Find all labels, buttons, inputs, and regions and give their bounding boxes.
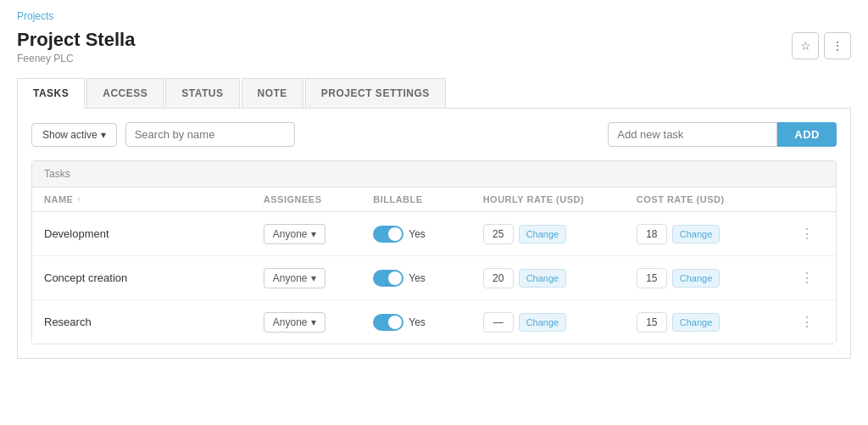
- breadcrumb[interactable]: Projects: [17, 10, 851, 22]
- cost-rate-value: 15: [637, 312, 667, 333]
- row-menu-button[interactable]: ⋮: [790, 222, 824, 245]
- assignee-cell: Anyone ▾: [264, 312, 373, 333]
- tab-project-settings[interactable]: PROJECT SETTINGS: [305, 78, 446, 108]
- chevron-down-icon: ▾: [311, 316, 316, 328]
- tab-access[interactable]: ACCESS: [86, 78, 164, 108]
- hourly-rate-cell: 20 Change: [483, 268, 637, 288]
- cost-rate-cell: 18 Change: [637, 224, 790, 244]
- cost-rate-value: 15: [637, 268, 667, 288]
- cost-rate-change-button[interactable]: Change: [672, 313, 721, 332]
- project-info: Project Stella Feeney PLC: [17, 29, 135, 64]
- assignee-cell: Anyone ▾: [264, 268, 373, 288]
- billable-yes-label: Yes: [409, 228, 426, 240]
- cost-rate-value: 18: [637, 224, 667, 244]
- chevron-down-icon: ▾: [311, 228, 316, 240]
- tab-note[interactable]: NOTE: [242, 78, 303, 108]
- cost-rate-change-button[interactable]: Change: [672, 225, 721, 243]
- hourly-rate-value: 25: [483, 224, 514, 244]
- col-assignees-header: ASSIGNEES: [264, 194, 373, 204]
- col-billable-header: BILLABLE: [373, 194, 482, 204]
- hourly-rate-cell: — Change: [483, 312, 637, 333]
- content-area: Show active ▾ ADD Tasks NAME ↑ ASSIGNEES…: [17, 109, 851, 359]
- hourly-rate-change-button[interactable]: Change: [519, 269, 567, 288]
- billable-cell: Yes: [373, 270, 482, 287]
- col-hourly-rate-header: HOURLY RATE (USD): [483, 194, 637, 204]
- more-options-button[interactable]: ⋮: [824, 32, 851, 59]
- header-actions: ☆ ⋮: [792, 32, 851, 59]
- project-header: Project Stella Feeney PLC ☆ ⋮: [17, 29, 851, 64]
- billable-toggle[interactable]: [373, 270, 403, 287]
- chevron-down-icon: ▾: [311, 272, 316, 284]
- project-subtitle: Feeney PLC: [17, 53, 135, 64]
- hourly-rate-cell: 25 Change: [483, 224, 637, 244]
- tab-tasks[interactable]: TASKS: [17, 78, 85, 109]
- tasks-section: Tasks NAME ↑ ASSIGNEES BILLABLE HOURLY R…: [31, 160, 837, 344]
- assignee-button[interactable]: Anyone ▾: [264, 224, 326, 244]
- add-task-input[interactable]: [608, 122, 777, 147]
- hourly-rate-value: —: [483, 312, 514, 333]
- tab-status[interactable]: STATUS: [165, 78, 239, 108]
- cost-rate-cell: 15 Change: [637, 312, 790, 333]
- page-wrapper: Projects Project Stella Feeney PLC ☆ ⋮ T…: [0, 0, 868, 425]
- tasks-section-label: Tasks: [32, 161, 836, 187]
- col-actions-header: [790, 194, 824, 204]
- col-cost-rate-header: COST RATE (USD): [637, 194, 790, 204]
- chevron-down-icon: ▾: [101, 129, 106, 141]
- star-button[interactable]: ☆: [792, 32, 819, 59]
- assignee-button[interactable]: Anyone ▾: [264, 312, 326, 333]
- assignee-cell: Anyone ▾: [264, 224, 373, 244]
- search-input[interactable]: [125, 122, 295, 147]
- assignee-label: Anyone: [273, 228, 308, 240]
- sort-arrow-icon: ↑: [76, 195, 81, 204]
- project-title: Project Stella: [17, 29, 135, 51]
- show-active-button[interactable]: Show active ▾: [31, 123, 117, 147]
- assignee-button[interactable]: Anyone ▾: [264, 268, 326, 288]
- billable-cell: Yes: [373, 314, 482, 331]
- assignee-label: Anyone: [273, 272, 308, 284]
- table-row: Concept creation Anyone ▾ Yes 20: [32, 256, 836, 300]
- table-row: Development Anyone ▾ Yes 25 Cha: [32, 212, 836, 256]
- hourly-rate-change-button[interactable]: Change: [519, 225, 567, 243]
- row-menu-button[interactable]: ⋮: [790, 310, 824, 333]
- col-name-header: NAME ↑: [44, 194, 264, 204]
- task-name: Concept creation: [44, 271, 264, 284]
- tabs: TASKS ACCESS STATUS NOTE PROJECT SETTING…: [17, 78, 851, 109]
- billable-cell: Yes: [373, 226, 482, 243]
- task-name: Development: [44, 227, 264, 240]
- assignee-label: Anyone: [273, 316, 308, 328]
- toolbar: Show active ▾ ADD: [31, 122, 837, 147]
- add-button[interactable]: ADD: [777, 122, 837, 147]
- task-name: Research: [44, 316, 264, 328]
- hourly-rate-change-button[interactable]: Change: [519, 313, 567, 332]
- billable-toggle[interactable]: [373, 226, 403, 243]
- billable-yes-label: Yes: [409, 316, 426, 328]
- show-active-label: Show active: [42, 129, 97, 141]
- table-row: Research Anyone ▾ Yes — Change: [32, 300, 836, 344]
- billable-yes-label: Yes: [409, 272, 426, 284]
- hourly-rate-value: 20: [483, 268, 514, 288]
- row-menu-button[interactable]: ⋮: [790, 266, 824, 289]
- cost-rate-change-button[interactable]: Change: [672, 269, 721, 288]
- cost-rate-cell: 15 Change: [637, 268, 790, 288]
- add-task-group: ADD: [608, 122, 837, 147]
- table-header: NAME ↑ ASSIGNEES BILLABLE HOURLY RATE (U…: [32, 187, 836, 212]
- billable-toggle[interactable]: [373, 314, 403, 331]
